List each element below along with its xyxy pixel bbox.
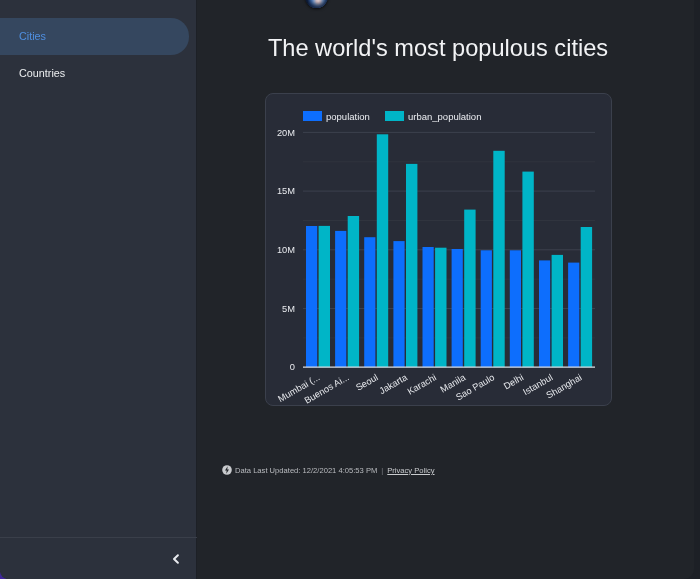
svg-text:Karachi: Karachi — [406, 372, 438, 396]
svg-text:Jakarta: Jakarta — [377, 372, 409, 396]
svg-text:urban_population: urban_population — [408, 111, 481, 122]
svg-text:20M: 20M — [277, 128, 295, 138]
svg-text:population: population — [326, 111, 370, 122]
svg-text:0: 0 — [290, 362, 295, 372]
svg-text:15M: 15M — [277, 186, 295, 196]
svg-text:5M: 5M — [282, 304, 295, 314]
svg-text:Seoul: Seoul — [354, 372, 380, 393]
svg-text:10M: 10M — [277, 245, 295, 255]
